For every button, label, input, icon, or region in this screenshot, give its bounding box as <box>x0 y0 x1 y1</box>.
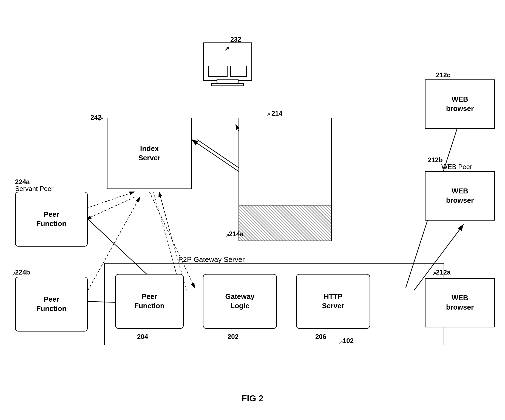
box-214 <box>239 118 332 241</box>
tick-214a: ↗ <box>225 232 229 239</box>
label-212c: 212c <box>436 71 450 79</box>
http-server-label: HTTP Server <box>322 292 344 311</box>
diagram: 232 ↗ Index Server 242 ↗ 214 ↗ 214a ↗ 22… <box>0 0 505 420</box>
web-browser-212c: WEB browser <box>425 79 495 129</box>
web-browser-212a: WEB browser <box>425 278 495 327</box>
web-browser-212b-label: WEB browser <box>446 187 474 205</box>
tick-212a: ↗ <box>432 270 436 277</box>
peer-function-204-label: Peer Function <box>134 292 164 311</box>
tick-242: ↗ <box>99 116 103 122</box>
label-214: 214 <box>271 110 282 117</box>
label-206: 206 <box>315 333 326 341</box>
web-browser-212c-label: WEB browser <box>446 95 474 113</box>
peer-function-224a-label: Peer Function <box>36 210 67 228</box>
http-server-box: HTTP Server <box>296 274 370 329</box>
label-224a: 224a <box>15 178 30 186</box>
svg-line-5 <box>86 197 134 219</box>
label-224b: 224b <box>15 268 30 276</box>
label-204: 204 <box>137 333 148 341</box>
gateway-logic-box: Gateway Logic <box>203 274 277 329</box>
web-peer-label: WEB Peer <box>441 163 472 171</box>
tick-102: ↗ <box>339 339 343 345</box>
label-202: 202 <box>228 333 239 341</box>
peer-function-224a: Peer Function <box>15 192 88 247</box>
web-browser-212a-label: WEB browser <box>446 293 474 312</box>
web-browser-212b: WEB browser <box>425 171 495 221</box>
label-232: 232 <box>230 36 241 43</box>
svg-line-4 <box>86 192 134 208</box>
tick-224b: ↗ <box>12 270 16 277</box>
index-server-box: Index Server <box>107 118 192 189</box>
label-212b: 212b <box>428 156 443 164</box>
tick-214: ↗ <box>266 112 271 118</box>
fig-caption: FIG 2 <box>0 393 505 404</box>
tick-232: ↗ <box>224 45 229 52</box>
servant-peer-label: Servant Peer <box>15 185 53 193</box>
label-212a: 212a <box>436 268 450 276</box>
gateway-logic-label: Gateway Logic <box>225 292 255 311</box>
peer-function-224b: Peer Function <box>15 277 88 332</box>
label-214a: 214a <box>229 230 243 238</box>
peer-function-204: Peer Function <box>115 274 184 329</box>
index-server-label: Index Server <box>138 144 161 163</box>
label-102: 102 <box>343 337 354 345</box>
p2p-gateway-label: P2P Gateway Server <box>178 255 245 264</box>
peer-function-224b-label: Peer Function <box>36 295 67 313</box>
